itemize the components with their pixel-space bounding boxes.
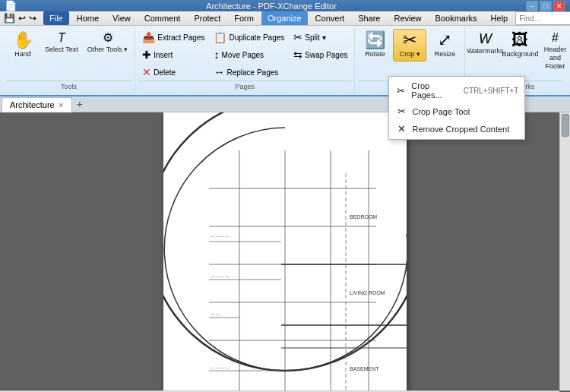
title-bar: 📄 Architecture - PDF-XChange Editor – □ … [0,0,570,11]
crop-pages-label: Crop Pages... [411,81,458,100]
window-controls: – □ ✕ [526,1,565,11]
crop-pages-item[interactable]: ✂ Crop Pages... CTRL+SHIFT+T [389,78,524,103]
redo-quick-btn[interactable]: ↪ [28,11,37,25]
ribbon-group-pages: 📤 Extract Pages ✚ Insert ✕ Delete [135,27,355,93]
extract-pages-btn[interactable]: 📤 Extract Pages [138,29,208,46]
tab-label: Architecture [10,100,55,109]
tools-label: Tools [6,81,131,92]
hand-icon: ✋ [13,32,33,49]
svg-text:BEDROOM: BEDROOM [350,214,377,220]
svg-text:— —: — — [211,312,219,317]
header-footer-btn[interactable]: # Header and Footer [538,29,570,73]
resize-btn[interactable]: ⤢ Resize [428,29,461,62]
insert-icon: ✚ [142,49,151,61]
menu-protect[interactable]: Protect [188,11,226,25]
header-footer-icon: # [552,32,559,44]
ribbon-group-tools: ✋ Hand T Select Text ⚙ Other Tools ▾ Too… [3,27,135,93]
watermarks-btn[interactable]: W Watermarks [468,29,502,58]
menu-file[interactable]: File [43,11,69,25]
menu-form[interactable]: Form [228,11,260,25]
content-area: BEDROOM LIVING ROOM BASEMENT — — — — — —… [0,112,570,392]
menu-help[interactable]: Help [485,11,515,25]
svg-text:— — — —: — — — — [211,365,229,370]
pages-label: Pages [138,81,351,92]
pages-col2: 📋 Duplicate Pages ↕ Move Pages ↔ Replace… [210,29,288,81]
crop-page-tool-label: Crop Page Tool [412,107,470,116]
svg-text:LIVING ROOM: LIVING ROOM [350,290,385,296]
insert-btn[interactable]: ✚ Insert [138,46,208,63]
crop-tool-icon: ✂ [395,106,407,117]
tab-close-btn[interactable]: ✕ [58,101,64,109]
svg-text:— — — —: — — — — [211,234,229,239]
remove-crop-item[interactable]: ✕ Remove Cropped Content [389,120,524,138]
ribbon: ✋ Hand T Select Text ⚙ Other Tools ▾ Too… [0,26,570,96]
crop-page-tool-item[interactable]: ✂ Crop Page Tool [389,103,524,120]
new-tab-btn[interactable]: + [72,96,87,112]
svg-text:— — — —: — — — — [211,274,229,279]
select-text-icon: T [58,32,65,44]
menu-view[interactable]: View [106,11,137,25]
move-pages-btn[interactable]: ↕ Move Pages [210,46,288,63]
pagemarks-content: W Watermarks 🖼 Background # Header and F… [468,29,564,81]
menu-organize[interactable]: Organize [261,11,308,25]
transform-content: 🔄 Rotate ✂ Crop ▾ ⤢ Resize [358,29,461,81]
swap-pages-btn[interactable]: ⇆ Swap Pages [290,46,351,63]
ribbon-group-transform: 🔄 Rotate ✂ Crop ▾ ⤢ Resize Transform [355,27,465,93]
save-quick-btn[interactable]: 💾 [3,11,16,25]
scrollbar-thumb[interactable] [562,114,569,137]
pages-content: 📤 Extract Pages ✚ Insert ✕ Delete [138,29,351,81]
resize-icon: ⤢ [438,32,451,49]
minimize-button[interactable]: – [526,1,538,11]
watermarks-icon: W [479,32,492,46]
split-btn[interactable]: ✂ Split ▾ [290,29,351,46]
select-text-btn[interactable]: T Select Text [41,29,82,57]
undo-quick-btn[interactable]: ↩ [17,11,27,25]
delete-btn[interactable]: ✕ Delete [138,64,208,81]
move-icon: ↕ [214,49,219,61]
tab-architecture[interactable]: Architecture ✕ [2,97,72,112]
remove-crop-icon: ✕ [395,123,407,134]
duplicate-icon: 📋 [214,31,226,43]
ribbon-wrapper: ✋ Hand T Select Text ⚙ Other Tools ▾ Too… [0,26,570,96]
find-input[interactable] [515,11,570,25]
rotate-btn[interactable]: 🔄 Rotate [358,29,391,62]
menu-bookmarks[interactable]: Bookmarks [429,11,483,25]
remove-crop-label: Remove Cropped Content [412,125,509,134]
maximize-button[interactable]: □ [540,1,552,11]
swap-icon: ⇆ [293,49,302,61]
replace-icon: ↔ [214,66,224,78]
vertical-scrollbar[interactable] [559,112,570,390]
menu-convert[interactable]: Convert [309,11,351,25]
content-wrapper: BEDROOM LIVING ROOM BASEMENT — — — — — —… [0,112,570,392]
menu-review[interactable]: Review [388,11,427,25]
app-icon: 📄 [5,0,17,11]
page-canvas: BEDROOM LIVING ROOM BASEMENT — — — — — —… [163,112,407,392]
close-button[interactable]: ✕ [553,1,565,11]
menu-share[interactable]: Share [352,11,386,25]
duplicate-pages-btn[interactable]: 📋 Duplicate Pages [210,29,288,46]
background-btn[interactable]: 🖼 Background [503,29,537,62]
replace-pages-btn[interactable]: ↔ Replace Pages [210,64,288,81]
extract-icon: 📤 [142,31,155,43]
crop-pages-shortcut: CTRL+SHIFT+T [464,87,519,95]
crop-btn[interactable]: ✂ Crop ▾ [393,29,426,62]
split-icon: ✂ [293,31,302,43]
background-icon: 🖼 [511,32,528,49]
pages-col3: ✂ Split ▾ ⇆ Swap Pages [290,29,351,63]
other-tools-icon: ⚙ [103,32,113,44]
other-tools-btn[interactable]: ⚙ Other Tools ▾ [84,29,131,57]
delete-icon: ✕ [142,66,151,78]
tools-content: ✋ Hand T Select Text ⚙ Other Tools ▾ [6,29,131,81]
crop-pages-icon: ✂ [395,85,407,96]
menu-home[interactable]: Home [71,11,105,25]
hand-tool-btn[interactable]: ✋ Hand [6,29,40,62]
quick-access-bar: 💾 ↩ ↪ File Home View Comment Protect For… [0,11,570,26]
menu-comment[interactable]: Comment [138,11,187,25]
pages-col1: 📤 Extract Pages ✚ Insert ✕ Delete [138,29,208,81]
window-title: Architecture - PDF-XChange Editor [17,2,526,11]
blueprint-svg: BEDROOM LIVING ROOM BASEMENT — — — — — —… [163,112,407,392]
crop-icon: ✂ [403,32,416,49]
title-bar-left: 📄 [5,0,17,11]
svg-text:BASEMENT: BASEMENT [350,366,379,371]
app-window: 📄 Architecture - PDF-XChange Editor – □ … [0,0,570,392]
